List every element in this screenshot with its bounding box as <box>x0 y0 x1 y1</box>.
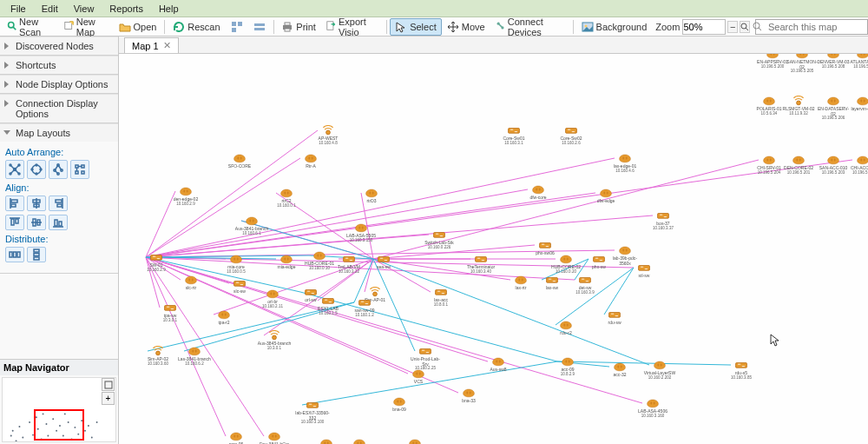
network-node[interactable]: sea-sw <box>366 254 401 270</box>
network-node[interactable]: Virtual-LayerSW10.160.2.202 <box>642 360 677 380</box>
network-node[interactable]: lax-edge-0110.160.4.6 <box>608 153 642 173</box>
menu-edit[interactable]: Edit <box>35 2 65 16</box>
network-node[interactable]: Rtr-A <box>293 153 328 169</box>
network-node[interactable]: slc-sw <box>222 278 257 295</box>
network-node[interactable]: lax-rtr <box>503 275 538 291</box>
network-node[interactable]: LAB-ASA-450610.160.3.160 <box>635 398 670 418</box>
layout-next-button[interactable] <box>248 18 271 36</box>
network-node[interactable]: rtrD3 <box>354 188 389 204</box>
section-connection-display-options[interactable]: Connection Display Options <box>0 94 118 123</box>
new-scan-button[interactable]: New Scan <box>2 18 59 36</box>
network-node[interactable]: acc-0910.8.2.9 <box>550 356 585 376</box>
network-node[interactable]: Core-Sw0110.160.3.1 <box>496 125 531 145</box>
align-right-button[interactable] <box>49 195 68 211</box>
network-node[interactable]: mia-core10.160.0.5 <box>219 254 253 274</box>
network-node[interactable]: HUB-CORE-0210.160.0.20 <box>549 254 583 274</box>
network-node[interactable]: LAB-ASA-550510.160.3.150 <box>344 222 378 242</box>
network-node[interactable]: TheTerminator10.160.3.40 <box>464 254 498 274</box>
network-node[interactable]: rdu-s510.160.3.85 <box>724 360 759 380</box>
network-node[interactable]: bos-3710.160.3.37 <box>646 210 681 230</box>
open-button[interactable]: Open <box>114 18 162 36</box>
network-node[interactable]: Dev-3841-bCvr10.160.6.5 <box>257 431 292 444</box>
network-node[interactable]: dfw-core <box>521 184 556 201</box>
move-tool-button[interactable]: Move <box>442 18 490 36</box>
zoom-in-button[interactable] <box>740 21 750 33</box>
network-node[interactable]: ATLANTA-0410.196.5.3 <box>845 54 868 69</box>
network-node[interactable]: layervm-dev <box>845 96 868 112</box>
navigator-zoomfit-button[interactable] <box>102 378 115 391</box>
map-navigator-pane[interactable]: + <box>2 377 116 442</box>
network-node[interactable]: Las-3841-branch10.160.6.2 <box>177 346 212 366</box>
network-node[interactable]: rdu-sw <box>597 309 632 326</box>
new-map-button[interactable]: New Map <box>59 18 114 36</box>
background-button[interactable]: Background <box>576 18 653 36</box>
distribute-v-button[interactable] <box>27 247 46 262</box>
map-canvas[interactable]: EN-APPSRV-0110.196.5.200SAN-NETMON-0210.… <box>119 54 868 444</box>
section-node-display-options[interactable]: Node Display Options <box>0 75 118 93</box>
menu-help[interactable]: Help <box>152 2 186 16</box>
rescan-button[interactable]: Rescan <box>168 18 225 36</box>
network-node[interactable]: acc-32 <box>602 361 637 378</box>
network-node[interactable]: CHI-ACC-0310.196.5.17 <box>845 155 868 175</box>
connect-devices-button[interactable]: Connect Devices <box>490 18 570 36</box>
navigator-viewport-box[interactable] <box>34 409 84 441</box>
network-node[interactable]: bna-09 <box>382 396 417 413</box>
section-discovered-nodes[interactable]: Discovered Nodes <box>0 36 118 55</box>
layout-symmetric-button[interactable] <box>5 160 24 179</box>
network-node[interactable]: det-sw10.160.3.9 <box>568 275 602 295</box>
network-node[interactable]: orl-br10.160.2.11 <box>255 288 290 308</box>
network-node[interactable]: rtrC210.160.0.1 <box>269 188 304 208</box>
network-node[interactable]: TrnLAB-VM10.160.3.22 <box>332 254 366 274</box>
network-node[interactable]: slc-rtr <box>174 275 208 291</box>
network-node[interactable]: lax-acc10.8.0.1 <box>424 287 458 307</box>
network-node[interactable]: SAN-NETMON-0210.196.5.205 <box>785 54 819 74</box>
select-tool-button[interactable]: Select <box>390 18 442 36</box>
network-node[interactable]: SFO-CORE <box>222 153 257 169</box>
network-node[interactable]: stl-sw <box>627 262 661 279</box>
network-node[interactable]: ESX1-LAB10.160.1.5 <box>311 295 345 315</box>
zoom-out-button[interactable]: − <box>727 21 738 33</box>
network-node[interactable]: tpa-r2 <box>207 309 241 326</box>
network-node[interactable]: Aus-3845-branch10.3.0.1 <box>257 330 292 350</box>
menu-reports[interactable]: Reports <box>102 2 150 16</box>
print-button[interactable]: Print <box>276 18 321 36</box>
network-node[interactable]: dfw-edge <box>589 188 623 204</box>
network-node[interactable]: SW-0110.160.2.9 <box>139 252 174 272</box>
zoom-select[interactable] <box>682 19 726 35</box>
layout-hierarchical-button[interactable] <box>49 160 68 179</box>
tab-close-icon[interactable]: ✕ <box>163 40 171 51</box>
network-node[interactable]: Switch-Lab-Stk10.160.0.226 <box>422 229 457 249</box>
export-visio-button[interactable]: Export Visio <box>321 18 384 36</box>
network-node[interactable]: msp-05 <box>219 431 253 444</box>
network-node[interactable]: mia-edge <box>269 254 304 270</box>
network-node[interactable]: lax-sw <box>535 275 569 291</box>
network-node[interactable]: san-sw-0910.160.1.2 <box>347 297 382 317</box>
network-node[interactable]: msp-08 <box>398 438 432 444</box>
network-node[interactable]: msp-07 <box>309 438 344 444</box>
align-top-button[interactable] <box>5 215 24 230</box>
network-node[interactable]: Aus-3841-branch10.160.6.1 <box>234 215 269 235</box>
network-node[interactable]: bna-33 <box>451 388 486 404</box>
network-node[interactable]: VCS <box>401 368 436 385</box>
network-node[interactable]: msp-09 <box>342 438 377 444</box>
align-left-button[interactable] <box>5 195 24 211</box>
network-node[interactable]: tpa-sw10.3.0.1 <box>153 302 187 322</box>
distribute-h-button[interactable] <box>5 247 24 262</box>
network-node[interactable]: lab-ESXi7-33560-33210.160.3.100 <box>295 400 330 425</box>
align-center-button[interactable] <box>27 195 46 211</box>
layout-circular-button[interactable] <box>27 160 46 179</box>
network-node[interactable]: den-edge-0210.160.2.9 <box>168 186 203 206</box>
menu-file[interactable]: File <box>3 2 33 16</box>
network-node[interactable]: AP-WEST10.160.4.8 <box>311 125 345 145</box>
network-node[interactable]: rdu-r2 <box>549 320 583 336</box>
layout-orthogonal-button[interactable] <box>70 160 89 179</box>
tab-map-1[interactable]: Map 1 ✕ <box>124 37 179 53</box>
network-node[interactable]: Sim-AP-0210.160.3.60 <box>141 346 175 366</box>
network-node[interactable]: Core-Sw0210.160.2.6 <box>554 125 589 145</box>
network-node[interactable]: RLSMGT-VM-0210.11.9.32 <box>781 96 816 116</box>
network-node[interactable]: DEN-CORE-0210.196.5.201 <box>781 155 816 175</box>
search-input[interactable] <box>755 19 868 35</box>
align-bottom-button[interactable] <box>49 215 68 230</box>
layout-prev-button[interactable] <box>226 18 248 36</box>
network-node[interactable]: Unix-Prod-Lab-Srv10.160.2.25 <box>408 346 443 371</box>
